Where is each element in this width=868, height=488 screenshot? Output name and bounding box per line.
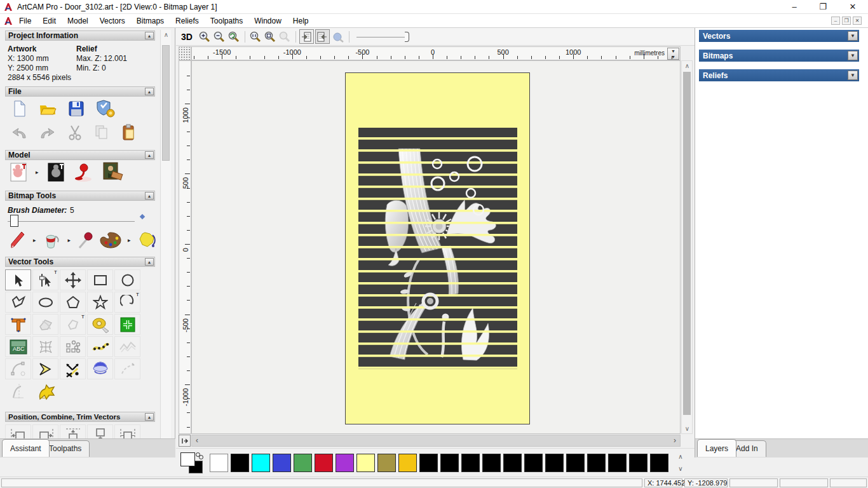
create-ellipse-tool[interactable] [32,292,58,313]
measure-tool[interactable] [87,314,113,335]
load-image-icon[interactable] [101,161,124,183]
fade-slider-handle[interactable] [405,32,409,42]
flood-fill-icon[interactable] [41,230,63,250]
palette-swatch-14[interactable] [503,454,522,472]
tab-layers[interactable]: Layers [697,439,736,457]
scroll-down-icon[interactable]: ∨ [682,424,693,433]
wrap-text-tool[interactable] [32,314,58,335]
menu-bitmaps[interactable]: Bitmaps [131,15,170,27]
flyout-icon[interactable]: ▸ [36,169,39,175]
palette-swatch-3[interactable] [273,454,291,472]
palette-swatch-12[interactable] [461,454,480,472]
bitmap-fade-slider[interactable] [356,30,414,43]
palette-swatch-8[interactable] [377,454,396,472]
horizontal-scrollbar[interactable]: ‹ › [191,435,681,447]
transform-vectors-tool[interactable] [60,269,86,290]
palette-scroll-up-icon[interactable]: ∧ [675,452,686,462]
palette-swatch-9[interactable] [398,454,417,472]
palette-swatch-11[interactable] [440,454,459,472]
section-project-information[interactable]: Project Information ▲ [5,30,155,41]
menu-model[interactable]: Model [62,15,94,27]
zoom-fit-icon[interactable] [263,29,278,44]
collapse-icon[interactable]: ▲ [145,413,154,421]
collapse-icon[interactable]: ▲ [145,32,154,39]
section-file[interactable]: File ▲ [5,86,155,97]
mdi-minimize-button[interactable]: – [831,17,840,25]
node-editing-tool[interactable]: T [32,269,58,290]
palette-swatch-2[interactable] [252,454,270,472]
palette-swatch-15[interactable] [524,454,543,472]
section-vector-tools[interactable]: Vector Tools ▲ [5,257,155,267]
lighting-icon[interactable] [72,161,95,183]
palette-swatch-18[interactable] [587,454,606,472]
scrollbar-thumb[interactable] [683,72,691,415]
paste-along-curve-tool[interactable] [87,336,113,357]
tab-assistant[interactable]: Assistant [2,439,50,457]
invert-model-icon[interactable] [46,161,65,183]
menu-edit[interactable]: Edit [37,15,62,27]
scroll-up-icon[interactable]: ∧ [161,30,172,39]
redo-icon[interactable] [39,125,57,140]
palette-swatch-13[interactable] [482,454,501,472]
scroll-left-icon[interactable]: ‹ [192,435,202,447]
primary-colour-swatch[interactable] [180,452,195,466]
palette-swatch-10[interactable] [419,454,438,472]
palette-swatch-19[interactable] [608,454,627,472]
menu-toolpaths[interactable]: Toolpaths [205,15,248,27]
minimize-button[interactable]: – [782,0,807,13]
colour-palette-icon[interactable] [98,230,123,250]
menu-window[interactable]: Window [248,15,287,27]
paste-icon[interactable] [121,123,137,141]
text-block-tool[interactable]: ABC [5,336,31,357]
dropdown-icon[interactable]: ▼ [848,51,858,60]
fillet-arc-tool[interactable] [5,358,31,379]
create-text-tool[interactable] [5,314,31,335]
create-arc-tool[interactable]: T [114,292,140,313]
select-vectors-tool[interactable] [5,269,31,290]
canvas-viewport[interactable] [191,60,681,434]
scrollbar-thumb[interactable] [162,45,170,161]
palette-swatch-6[interactable] [336,454,354,472]
scroll-up-icon[interactable]: ∧ [682,61,693,71]
create-circle-tool[interactable] [114,269,140,290]
3d-view-button[interactable]: 3D [176,32,198,42]
undo-icon[interactable] [10,125,28,140]
menu-file[interactable]: File [13,15,37,27]
mdi-restore-button[interactable]: ❐ [842,17,851,25]
3d-clipart-tool[interactable] [87,358,113,379]
palette-swatch-21[interactable] [650,454,668,472]
mdi-close-button[interactable]: ✕ [853,17,862,25]
create-rectangle-tool[interactable] [87,269,113,290]
new-model-icon[interactable] [10,99,28,118]
pick-colour-icon[interactable] [76,230,95,250]
palette-swatch-5[interactable] [315,454,333,472]
brush-diameter-slider[interactable] [8,221,135,222]
section-bitmap-tools[interactable]: Bitmap Tools ▲ [5,191,155,201]
link-colours-icon[interactable] [199,455,203,459]
dropdown-icon[interactable]: ▼ [848,71,858,80]
flyout-icon[interactable]: ▸ [128,237,131,243]
ruler-unit-dropdown[interactable]: ▼▼ [667,48,679,60]
zoom-selection-icon[interactable] [278,29,292,44]
vector-doctor-tool[interactable] [32,381,58,402]
paint-tool-icon[interactable] [9,230,28,250]
palette-swatch-1[interactable] [231,454,249,472]
flyout-icon[interactable]: ▸ [33,237,36,243]
panel-header-vectors[interactable]: Vectors▼ [699,30,859,42]
block-copy-tool[interactable] [60,336,86,357]
ruler-origin-corner[interactable] [179,46,191,60]
model-properties-icon[interactable] [95,99,116,118]
next-bitmap-layer-button[interactable] [315,29,330,44]
collapse-icon[interactable]: ▲ [145,88,154,95]
palette-swatch-20[interactable] [629,454,648,472]
vertical-scrollbar[interactable]: ∧ ∨ [681,60,693,434]
restore-button[interactable]: ❐ [810,0,836,13]
palette-swatch-16[interactable] [545,454,564,472]
fit-vectors-tool[interactable] [114,336,140,357]
cut-icon[interactable] [67,124,83,140]
palette-swatch-17[interactable] [566,454,585,472]
create-polyline-tool[interactable] [5,292,31,313]
palette-swatch-4[interactable] [294,454,312,472]
paste-vector-tool[interactable] [114,314,140,335]
brush-slider-handle[interactable] [10,215,18,227]
